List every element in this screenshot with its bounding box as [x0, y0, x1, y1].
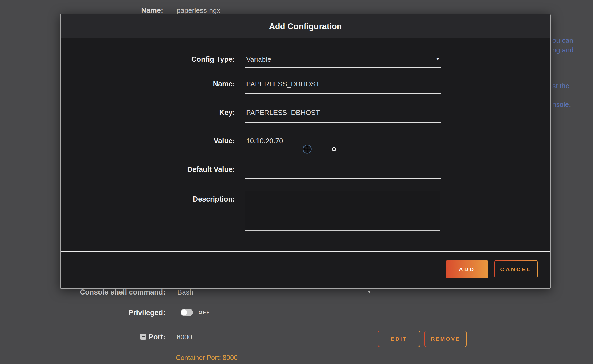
help-text-fragment: st the: [552, 82, 569, 90]
bg-name-value[interactable]: paperless-ngx: [177, 6, 220, 15]
port-label: Port:: [58, 333, 165, 341]
console-shell-label: Console shell command:: [58, 288, 165, 296]
description-label: Description:: [128, 195, 235, 203]
privileged-label: Privileged:: [58, 309, 165, 317]
value-underline: [245, 150, 441, 150]
dialog-title: Add Configuration: [269, 22, 342, 31]
privileged-state: OFF: [199, 310, 210, 315]
config-type-label: Config Type:: [128, 55, 235, 64]
chevron-down-icon[interactable]: ▼: [436, 57, 440, 61]
description-textarea[interactable]: [245, 191, 440, 231]
edit-button[interactable]: EDIT: [378, 331, 420, 347]
help-text-fragment: ng and: [552, 46, 574, 54]
name-label: Name:: [128, 80, 235, 88]
name-underline: [245, 93, 441, 94]
name-input[interactable]: PAPERLESS_DBHOST: [246, 80, 320, 88]
toggle-knob-icon: [181, 309, 187, 315]
screen: Name: paperless-ngx ou can ng and st the…: [0, 0, 593, 364]
key-underline: [245, 122, 441, 123]
console-shell-select[interactable]: Bash: [177, 288, 193, 296]
port-value[interactable]: 8000: [177, 333, 192, 341]
default-value-label: Default Value:: [128, 165, 235, 174]
value-input[interactable]: 10.10.20.70: [246, 137, 283, 145]
add-button[interactable]: ADD: [446, 260, 488, 278]
click-indicator-icon: [332, 147, 336, 151]
container-port-note: Container Port: 8000: [176, 354, 238, 362]
bg-name-label: Name:: [56, 6, 163, 15]
help-text-fragment: ou can: [552, 36, 573, 45]
key-label: Key:: [128, 109, 235, 117]
config-type-select[interactable]: Variable: [246, 55, 271, 64]
config-type-underline: [245, 67, 441, 68]
remove-button[interactable]: REMOVE: [424, 331, 467, 347]
footer-divider: [61, 251, 550, 252]
chevron-down-icon: ▼: [367, 289, 371, 294]
value-label: Value:: [128, 137, 235, 145]
privileged-toggle[interactable]: [181, 309, 193, 316]
dialog-header: Add Configuration: [61, 14, 550, 38]
move-cursor-icon: [302, 144, 312, 155]
help-text-fragment: nsole.: [552, 100, 571, 109]
cancel-button[interactable]: CANCEL: [494, 260, 538, 278]
key-input[interactable]: PAPERLESS_DBHOST: [246, 109, 320, 117]
default-value-underline: [245, 178, 441, 179]
console-shell-underline: [176, 299, 372, 299]
port-underline: [176, 347, 372, 347]
